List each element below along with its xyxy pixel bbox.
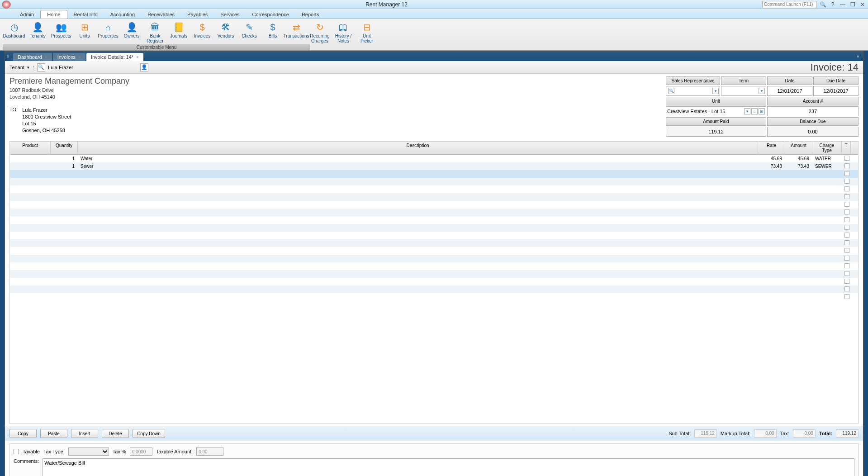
table-row[interactable] [10, 270, 858, 278]
paste-button[interactable]: Paste [40, 429, 67, 438]
tax-checkbox[interactable] [844, 294, 849, 299]
tool-owners[interactable]: 👤Owners [120, 21, 143, 44]
col-quantity[interactable]: Quantity [51, 142, 78, 154]
tax-checkbox[interactable] [844, 286, 849, 291]
tool-history-notes[interactable]: 🕮History / Notes [332, 21, 355, 44]
tenant-search-icon[interactable]: 🔍 [37, 63, 45, 71]
tab-dashboard[interactable]: Dashboard× [13, 53, 52, 61]
col-rate[interactable]: Rate [758, 142, 785, 154]
table-row[interactable] [10, 293, 858, 301]
tab-close-icon[interactable]: × [136, 55, 139, 60]
menu-admin[interactable]: Admin [14, 10, 40, 19]
unit-grid-icon[interactable]: ⊞ [759, 108, 765, 114]
tax-checkbox[interactable] [844, 233, 849, 238]
tool-journals[interactable]: 📒Journals [167, 21, 190, 44]
tax-checkbox[interactable] [844, 171, 849, 176]
tool-transactions[interactable]: ⇄Transactions [285, 21, 308, 44]
col-description[interactable]: Description [78, 142, 758, 154]
tab-close-icon[interactable]: × [78, 55, 81, 60]
table-row[interactable] [10, 193, 858, 201]
table-row[interactable]: 1Sewer73.4373.43SEWER [10, 162, 858, 170]
col-product[interactable]: Product [10, 142, 51, 154]
menu-reports[interactable]: Reports [295, 10, 326, 19]
tenant-type-dropdown-icon[interactable]: ▾ [27, 65, 29, 70]
tab-invoices[interactable]: Invoices× [53, 53, 85, 61]
tenant-card-icon[interactable]: 👤 [140, 63, 148, 71]
tabs-scroll-right-icon[interactable]: « [857, 54, 863, 59]
tool-tenants[interactable]: 👤Tenants [26, 21, 49, 44]
table-row[interactable] [10, 224, 858, 232]
table-row[interactable] [10, 170, 858, 178]
menu-rental-info[interactable]: Rental Info [67, 10, 104, 19]
term-field[interactable]: ▾ [721, 86, 766, 96]
command-launch-input[interactable] [762, 1, 816, 8]
table-row[interactable] [10, 186, 858, 193]
term-dropdown-icon[interactable]: ▾ [759, 88, 765, 94]
menu-correspondence[interactable]: Correspondence [246, 10, 295, 19]
tax-checkbox[interactable] [844, 263, 849, 268]
salesrep-lookup-icon[interactable]: 🔍 [668, 88, 674, 94]
copy-button[interactable]: Copy [9, 429, 37, 438]
help-icon[interactable]: ? [829, 1, 836, 8]
tax-checkbox[interactable] [844, 271, 849, 276]
tax-checkbox[interactable] [844, 179, 849, 184]
salesrep-field[interactable]: 🔍▾ [666, 86, 720, 96]
tool-bank-register[interactable]: 🏛Bank Register [144, 21, 166, 44]
tab-close-icon[interactable]: × [45, 55, 47, 60]
tax-checkbox[interactable] [844, 225, 849, 230]
taxable-checkbox[interactable] [14, 449, 19, 454]
table-body[interactable]: 1Water45.6945.69WATER1Sewer73.4373.43SEW… [10, 155, 858, 424]
copydown-button[interactable]: Copy Down [133, 429, 165, 438]
account-field[interactable]: 237 [767, 106, 859, 116]
table-row[interactable] [10, 232, 858, 239]
tax-checkbox[interactable] [844, 186, 849, 191]
table-row[interactable] [10, 178, 858, 186]
salesrep-dropdown-icon[interactable]: ▾ [712, 88, 719, 94]
tax-checkbox[interactable] [844, 209, 849, 214]
table-row[interactable] [10, 209, 858, 216]
tax-checkbox[interactable] [844, 163, 849, 168]
tenant-name[interactable]: Lula Frazer [48, 65, 138, 70]
table-row[interactable] [10, 286, 858, 293]
col-t[interactable]: T [842, 142, 851, 154]
menu-receivables[interactable]: Receivables [141, 10, 181, 19]
taxpct-input[interactable] [130, 447, 152, 456]
unit-home-icon[interactable]: ⌂ [751, 108, 758, 114]
taxtype-select[interactable] [68, 447, 109, 456]
table-row[interactable] [10, 255, 858, 262]
tax-checkbox[interactable] [844, 217, 849, 222]
search-icon[interactable]: 🔍 [819, 1, 826, 8]
unit-field[interactable]: Crestview Estates - Lot 15▾⌂⊞ [666, 106, 766, 116]
menu-payables[interactable]: Payables [181, 10, 214, 19]
tool-invoices[interactable]: $Invoices [191, 21, 213, 44]
insert-button[interactable]: Insert [71, 429, 98, 438]
tool-bills[interactable]: $Bills [261, 21, 284, 44]
tax-checkbox[interactable] [844, 156, 849, 161]
tool-properties[interactable]: ⌂Properties [97, 21, 119, 44]
tax-checkbox[interactable] [844, 248, 849, 253]
table-row[interactable]: 1Water45.6945.69WATER [10, 155, 858, 162]
tool-recurring-charges[interactable]: ↻Recurring Charges [308, 21, 331, 44]
minimize-icon[interactable]: — [839, 1, 846, 8]
duedate-field[interactable]: 12/01/2017 [813, 86, 859, 96]
delete-row-button[interactable]: Delete [102, 429, 129, 438]
taxamt-input[interactable] [196, 447, 223, 456]
tab-invoice-details-14-[interactable]: Invoice Details: 14*× [86, 53, 143, 61]
tabs-scroll-left-icon[interactable]: » [7, 54, 13, 59]
table-row[interactable] [10, 278, 858, 286]
col-chargetype[interactable]: Charge Type [812, 142, 842, 154]
close-icon[interactable]: ✕ [859, 1, 866, 8]
tax-checkbox[interactable] [844, 256, 849, 261]
tax-checkbox[interactable] [844, 240, 849, 245]
table-row[interactable] [10, 201, 858, 209]
date-field[interactable]: 12/01/2017 [767, 86, 812, 96]
tool-vendors[interactable]: 🛠Vendors [214, 21, 237, 44]
table-row[interactable] [10, 216, 858, 224]
col-amount[interactable]: Amount [785, 142, 812, 154]
tool-checks[interactable]: ✎Checks [238, 21, 261, 44]
menu-services[interactable]: Services [214, 10, 246, 19]
tool-units[interactable]: ⊞Units [73, 21, 96, 44]
tax-checkbox[interactable] [844, 202, 849, 207]
unit-dropdown-icon[interactable]: ▾ [744, 108, 750, 114]
tool-dashboard[interactable]: ◷Dashboard [3, 21, 25, 44]
